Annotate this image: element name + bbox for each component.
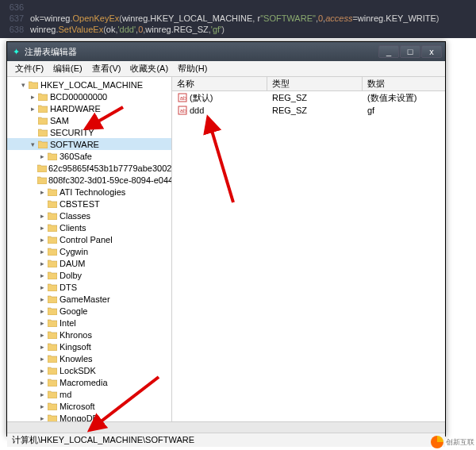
expand-toggle-icon[interactable]: ▾ — [28, 140, 37, 148]
folder-icon — [47, 306, 58, 316]
menu-view[interactable]: 查看(V) — [87, 63, 126, 75]
folder-icon — [47, 378, 58, 387]
tree-label: CBSTEST — [60, 199, 100, 209]
menu-help[interactable]: 帮助(H) — [173, 63, 212, 75]
expand-toggle-icon[interactable]: ▸ — [37, 212, 47, 220]
expand-toggle-icon[interactable]: ▸ — [28, 105, 37, 113]
folder-icon — [47, 152, 58, 161]
folder-icon — [47, 187, 58, 197]
tree-label: MongoDB — [60, 413, 98, 422]
tree-node[interactable]: ▸DTS — [7, 281, 171, 293]
tree-node[interactable]: ▸BCD00000000 — [7, 90, 171, 102]
tree-node[interactable]: ▾SOFTWARE — [7, 138, 171, 150]
status-path: 计算机\HKEY_LOCAL_MACHINE\SOFTWARE — [12, 434, 194, 446]
folder-icon — [28, 80, 39, 90]
menu-edit[interactable]: 编辑(E) — [48, 63, 87, 75]
tree-node[interactable]: CBSTEST — [7, 198, 171, 210]
tree-node[interactable]: SAM — [7, 114, 171, 126]
tree-node[interactable]: ▸Khronos — [7, 329, 171, 340]
expand-toggle-icon[interactable]: ▸ — [37, 295, 47, 303]
expand-toggle-icon[interactable]: ▸ — [37, 224, 47, 232]
tree-node[interactable]: ▸MongoDB — [7, 412, 171, 421]
tree-node[interactable]: ▸GameMaster — [7, 293, 171, 305]
expand-toggle-icon[interactable]: ▸ — [37, 343, 47, 351]
tree-node[interactable]: SECURITY — [7, 126, 171, 138]
tree-node[interactable]: 808fc302-3d01-59ce-8094-e0443a — [7, 174, 171, 186]
expand-toggle-icon[interactable]: ▸ — [37, 414, 47, 422]
expand-toggle-icon[interactable]: ▸ — [37, 283, 47, 291]
expand-toggle-icon[interactable]: ▸ — [37, 307, 47, 315]
tree-node[interactable]: ▸HARDWARE — [7, 102, 171, 114]
minimize-button[interactable]: _ — [378, 45, 399, 58]
tree-node[interactable]: ▸Kingsoft — [7, 340, 171, 352]
registry-tree[interactable]: ▾HKEY_LOCAL_MACHINE▸BCD00000000▸HARDWARE… — [7, 77, 172, 421]
tree-label: Intel — [60, 318, 76, 328]
tree-node[interactable]: ▸Clients — [7, 221, 171, 233]
folder-icon — [37, 128, 48, 137]
expand-toggle-icon[interactable]: ▸ — [37, 152, 47, 160]
editor-code: 636 637 ok=winreg.OpenKeyEx(winreg.HKEY_… — [0, 0, 476, 38]
folder-icon — [47, 318, 58, 328]
titlebar[interactable]: ✦ 注册表编辑器 _ □ x — [7, 42, 445, 61]
expand-toggle-icon[interactable]: ▸ — [37, 355, 47, 363]
tree-label: DTS — [60, 283, 77, 292]
menu-favorites[interactable]: 收藏夹(A) — [125, 63, 173, 75]
tree-label: 62c95865f453b1b7779abe3002e25 — [48, 163, 172, 173]
folder-icon — [47, 211, 58, 221]
col-type[interactable]: 类型 — [267, 77, 363, 90]
tree-node[interactable]: ▸360Safe — [7, 150, 171, 162]
tree-node[interactable]: ▸Classes — [7, 210, 171, 221]
line-number: 638 — [0, 24, 30, 35]
expand-toggle-icon[interactable]: ▾ — [18, 81, 28, 89]
values-list[interactable]: 名称 类型 数据 ab(默认)REG_SZ(数值未设置)abdddREG_SZg… — [172, 77, 445, 421]
expand-toggle-icon[interactable]: ▸ — [37, 319, 47, 327]
string-value-icon: ab — [177, 105, 188, 116]
expand-toggle-icon[interactable]: ▸ — [37, 331, 47, 339]
expand-toggle-icon[interactable]: ▸ — [37, 367, 47, 375]
logo-icon — [431, 436, 443, 448]
expand-toggle-icon[interactable]: ▸ — [37, 248, 47, 256]
tree-node[interactable]: ▸Knowles — [7, 352, 171, 364]
tree-node[interactable]: ▸LockSDK — [7, 364, 171, 376]
tree-label: SOFTWARE — [50, 140, 99, 149]
expand-toggle-icon[interactable]: ▸ — [37, 402, 47, 410]
tree-node[interactable]: ▸ATI Technologies — [7, 186, 171, 198]
tree-node[interactable]: ▾HKEY_LOCAL_MACHINE — [7, 79, 171, 90]
maximize-button[interactable]: □ — [400, 45, 420, 58]
tree-label: Google — [60, 306, 87, 316]
tree-node[interactable]: ▸Intel — [7, 317, 171, 329]
folder-icon — [37, 175, 47, 185]
expand-toggle-icon[interactable]: ▸ — [37, 260, 47, 267]
tree-node[interactable]: ▸Control Panel — [7, 233, 171, 245]
horizontal-scrollbar[interactable] — [7, 421, 445, 433]
expand-toggle-icon[interactable]: ▸ — [37, 188, 47, 196]
expand-toggle-icon[interactable]: ▸ — [37, 379, 47, 387]
folder-icon — [47, 342, 58, 352]
folder-icon — [47, 283, 58, 292]
close-button[interactable]: x — [421, 45, 442, 58]
expand-toggle-icon[interactable]: ▸ — [28, 93, 37, 101]
tree-label: BCD00000000 — [50, 92, 107, 102]
expand-toggle-icon[interactable]: ▸ — [37, 390, 47, 398]
window-title: 注册表编辑器 — [25, 46, 77, 58]
value-row[interactable]: ab(默认)REG_SZ(数值未设置) — [172, 91, 445, 104]
col-name[interactable]: 名称 — [172, 77, 267, 90]
tree-node[interactable]: ▸DAUM — [7, 257, 171, 269]
tree-node[interactable]: ▸Dolby — [7, 269, 171, 281]
statusbar: 计算机\HKEY_LOCAL_MACHINE\SOFTWARE — [7, 433, 445, 447]
tree-label: 808fc302-3d01-59ce-8094-e0443a — [48, 175, 172, 185]
value-row[interactable]: abdddREG_SZgf — [172, 104, 445, 117]
tree-node[interactable]: ▸Cygwin — [7, 245, 171, 257]
tree-node[interactable]: 62c95865f453b1b7779abe3002e25 — [7, 162, 171, 174]
tree-node[interactable]: ▸md — [7, 388, 171, 400]
menu-file[interactable]: 文件(F) — [10, 63, 48, 75]
folder-icon — [47, 235, 58, 244]
tree-node[interactable]: ▸Google — [7, 305, 171, 317]
tree-node[interactable]: ▸Microsoft — [7, 400, 171, 412]
expand-toggle-icon[interactable]: ▸ — [37, 271, 47, 279]
string-value-icon: ab — [177, 92, 188, 103]
tree-node[interactable]: ▸Macromedia — [7, 376, 171, 388]
expand-toggle-icon[interactable]: ▸ — [37, 236, 47, 244]
col-data[interactable]: 数据 — [363, 77, 445, 90]
app-icon: ✦ — [10, 46, 21, 57]
